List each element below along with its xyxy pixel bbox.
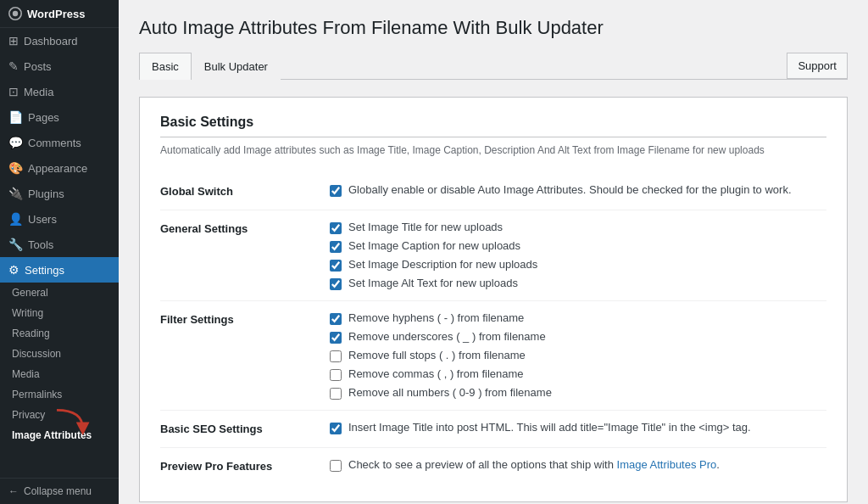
fs4-checkbox[interactable] bbox=[330, 369, 342, 381]
fs4-text: Remove commas ( , ) from filename bbox=[348, 367, 524, 380]
global-switch-checkbox-row[interactable]: Globally enable or disable Auto Image At… bbox=[330, 183, 826, 197]
preview-pro-label: Preview Pro Features bbox=[160, 448, 330, 485]
collapse-icon: ← bbox=[8, 485, 19, 497]
sidebar-item-media[interactable]: ⊡ Media bbox=[0, 79, 119, 104]
tab-bulk-updater[interactable]: Bulk Updater bbox=[192, 53, 281, 80]
submenu-writing[interactable]: Writing bbox=[0, 303, 119, 323]
gen3-checkbox[interactable] bbox=[330, 260, 342, 272]
pages-icon: 📄 bbox=[8, 110, 23, 124]
tab-basic[interactable]: Basic bbox=[139, 53, 192, 80]
fs2-row[interactable]: Remove underscores ( _ ) from filename bbox=[330, 330, 826, 344]
submenu-privacy[interactable]: Privacy bbox=[0, 405, 119, 425]
fs1-text: Remove hyphens ( - ) from filename bbox=[348, 311, 524, 324]
sidebar-users-label: Users bbox=[28, 213, 57, 226]
image-attributes-label: Image Attributes bbox=[12, 429, 92, 441]
table-row: Global Switch Globally enable or disable… bbox=[160, 173, 826, 210]
submenu-media[interactable]: Media bbox=[0, 364, 119, 384]
main-content: Auto Image Attributes From Filename With… bbox=[119, 0, 868, 504]
sidebar-media-label: Media bbox=[24, 86, 53, 98]
section-title: Basic Settings bbox=[160, 115, 826, 137]
seo1-checkbox[interactable] bbox=[330, 423, 342, 434]
sidebar-dashboard-label: Dashboard bbox=[24, 35, 78, 48]
collapse-menu-button[interactable]: ← Collapse menu bbox=[0, 478, 119, 504]
gen3-row[interactable]: Set Image Description for new uploads bbox=[330, 258, 826, 272]
image-attributes-pro-link[interactable]: Image Attributes Pro bbox=[617, 458, 717, 471]
submenu-discussion[interactable]: Discussion bbox=[0, 344, 119, 364]
fs5-text: Remove all numbers ( 0-9 ) from filename bbox=[348, 386, 552, 399]
gen2-checkbox[interactable] bbox=[330, 241, 342, 253]
pro1-text: Check to see a preview of all the option… bbox=[348, 458, 720, 471]
fs5-checkbox[interactable] bbox=[330, 388, 342, 400]
sidebar-item-posts[interactable]: ✎ Posts bbox=[0, 53, 119, 79]
sidebar-item-dashboard[interactable]: ⊞ Dashboard bbox=[0, 28, 119, 53]
submenu-reading[interactable]: Reading bbox=[0, 323, 119, 344]
fs2-text: Remove underscores ( _ ) from filename bbox=[348, 330, 546, 343]
global-switch-text: Globally enable or disable Auto Image At… bbox=[348, 183, 792, 196]
gen3-text: Set Image Description for new uploads bbox=[348, 258, 537, 271]
settings-icon: ⚙ bbox=[8, 263, 19, 277]
sidebar-settings-label: Settings bbox=[25, 264, 64, 277]
gen4-row[interactable]: Set Image Alt Text for new uploads bbox=[330, 277, 826, 290]
users-icon: 👤 bbox=[8, 212, 23, 226]
sidebar-pages-label: Pages bbox=[28, 111, 59, 124]
fs3-text: Remove full stops ( . ) from filename bbox=[348, 349, 526, 361]
seo1-text: Insert Image Title into post HTML. This … bbox=[348, 421, 751, 434]
fs4-row[interactable]: Remove commas ( , ) from filename bbox=[330, 367, 826, 381]
fs2-checkbox[interactable] bbox=[330, 332, 342, 344]
collapse-label: Collapse menu bbox=[24, 485, 92, 497]
global-switch-content: Globally enable or disable Auto Image At… bbox=[330, 173, 826, 210]
sidebar-item-plugins[interactable]: 🔌 Plugins bbox=[0, 181, 119, 206]
table-row: Basic SEO Settings Insert Image Title in… bbox=[160, 411, 826, 448]
comments-icon: 💬 bbox=[8, 136, 23, 149]
fs1-checkbox[interactable] bbox=[330, 313, 342, 325]
sidebar-appearance-label: Appearance bbox=[28, 162, 87, 175]
pro1-row[interactable]: Check to see a preview of all the option… bbox=[330, 458, 826, 472]
appearance-icon: 🎨 bbox=[8, 161, 23, 175]
global-switch-label: Global Switch bbox=[160, 173, 330, 210]
posts-icon: ✎ bbox=[8, 59, 19, 73]
fs1-row[interactable]: Remove hyphens ( - ) from filename bbox=[330, 311, 826, 325]
gen1-checkbox[interactable] bbox=[330, 222, 342, 234]
general-settings-content: Set Image Title for new uploads Set Imag… bbox=[330, 210, 826, 301]
pro1-link-suffix: . bbox=[716, 458, 720, 471]
gen4-text: Set Image Alt Text for new uploads bbox=[348, 277, 518, 289]
svg-point-1 bbox=[13, 11, 18, 16]
settings-panel: Basic Settings Automatically add Image a… bbox=[139, 97, 848, 502]
basic-seo-content: Insert Image Title into post HTML. This … bbox=[330, 411, 826, 448]
submenu-permalinks[interactable]: Permalinks bbox=[0, 384, 119, 405]
sidebar-item-users[interactable]: 👤 Users bbox=[0, 206, 119, 232]
table-row: Preview Pro Features Check to see a prev… bbox=[160, 448, 826, 485]
tabs-bar: Basic Bulk Updater Support bbox=[139, 53, 848, 80]
tab-support[interactable]: Support bbox=[787, 53, 848, 79]
sidebar-item-pages[interactable]: 📄 Pages bbox=[0, 104, 119, 130]
sidebar-brand-label: WordPress bbox=[27, 8, 85, 20]
pro1-checkbox[interactable] bbox=[330, 460, 342, 472]
submenu-general[interactable]: General bbox=[0, 283, 119, 303]
dashboard-icon: ⊞ bbox=[8, 34, 19, 48]
gen4-checkbox[interactable] bbox=[330, 278, 342, 290]
section-description: Automatically add Image attributes such … bbox=[160, 144, 826, 156]
preview-pro-content: Check to see a preview of all the option… bbox=[330, 448, 826, 485]
gen1-row[interactable]: Set Image Title for new uploads bbox=[330, 221, 826, 234]
gen1-text: Set Image Title for new uploads bbox=[348, 221, 503, 233]
table-row: Filter Settings Remove hyphens ( - ) fro… bbox=[160, 301, 826, 411]
sidebar-item-appearance[interactable]: 🎨 Appearance bbox=[0, 155, 119, 181]
seo1-row[interactable]: Insert Image Title into post HTML. This … bbox=[330, 421, 826, 434]
gen2-text: Set Image Caption for new uploads bbox=[348, 239, 520, 252]
basic-seo-label: Basic SEO Settings bbox=[160, 411, 330, 448]
media-icon: ⊡ bbox=[8, 85, 19, 98]
sidebar-item-tools[interactable]: 🔧 Tools bbox=[0, 232, 119, 257]
global-switch-checkbox[interactable] bbox=[330, 185, 342, 197]
submenu-image-attributes[interactable]: Image Attributes bbox=[0, 425, 119, 445]
table-row: General Settings Set Image Title for new… bbox=[160, 210, 826, 301]
sidebar-tools-label: Tools bbox=[28, 238, 53, 251]
sidebar-item-settings[interactable]: ⚙ Settings bbox=[0, 257, 119, 283]
pro1-text-prefix: Check to see a preview of all the option… bbox=[348, 458, 617, 471]
sidebar-plugins-label: Plugins bbox=[28, 188, 64, 200]
fs5-row[interactable]: Remove all numbers ( 0-9 ) from filename bbox=[330, 386, 826, 400]
gen2-row[interactable]: Set Image Caption for new uploads bbox=[330, 239, 826, 253]
fs3-checkbox[interactable] bbox=[330, 350, 342, 362]
sidebar-posts-label: Posts bbox=[24, 60, 52, 73]
fs3-row[interactable]: Remove full stops ( . ) from filename bbox=[330, 349, 826, 362]
sidebar-item-comments[interactable]: 💬 Comments bbox=[0, 130, 119, 155]
